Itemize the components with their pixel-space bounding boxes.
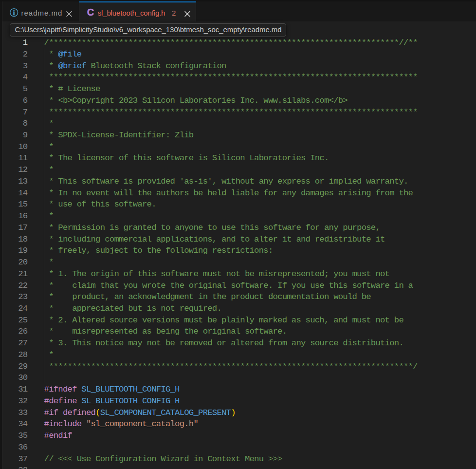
svg-text:i: i [13, 8, 15, 17]
